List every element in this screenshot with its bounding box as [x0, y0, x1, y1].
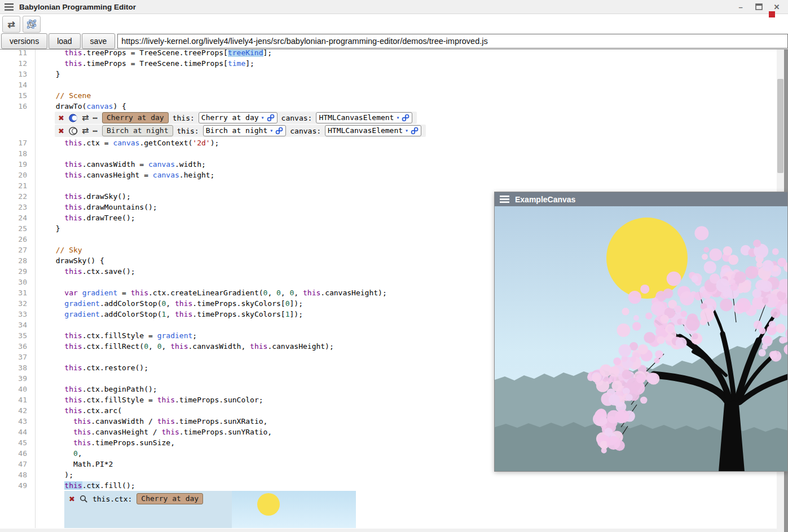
babylonian-programming-editor-window: { "window": { "title": "Babylonian Progr…	[0, 0, 788, 532]
link-connection-icon[interactable]	[402, 114, 410, 122]
code-token: gradient	[64, 310, 100, 318]
close-probe-icon[interactable]: ✖	[69, 495, 75, 503]
code-token: .timeProps = TreeScene.timeProps[	[82, 59, 228, 68]
inspect-magnifier-icon[interactable]	[80, 495, 88, 503]
line-number: 12	[0, 58, 35, 69]
file-url-input[interactable]	[117, 34, 788, 48]
code-line[interactable]: 21	[0, 180, 777, 191]
chevron-down-icon[interactable]: ▾	[270, 126, 273, 136]
code-token: .ctx =	[82, 139, 113, 147]
line-number: 14	[0, 79, 35, 90]
code-token: this	[64, 59, 82, 68]
code-token: .timeProps.sunSize,	[91, 438, 175, 447]
code-line[interactable]: 15 // Scene	[0, 90, 777, 101]
canvas-dropdown[interactable]: HTMLCanvasElement▾	[316, 112, 412, 123]
code-token: this	[64, 50, 82, 57]
more-options-icon[interactable]: ⋯	[93, 113, 98, 122]
code-line[interactable]: 49 this.ctx.fill();	[0, 480, 777, 491]
more-options-icon[interactable]: ⋯	[93, 126, 98, 135]
line-number: 48	[0, 469, 35, 480]
example-name-button[interactable]: Cherry at day	[137, 493, 203, 504]
code-token: .width;	[175, 160, 206, 169]
save-button[interactable]: save	[82, 33, 116, 49]
line-number: 39	[0, 373, 35, 384]
toggle-off-icon[interactable]	[68, 126, 78, 136]
code-token	[47, 385, 64, 393]
this-dropdown[interactable]: Cherry at day▾	[199, 112, 278, 123]
line-number: 35	[0, 330, 35, 341]
close-probe-icon[interactable]: ✖	[58, 127, 64, 135]
close-probe-icon[interactable]: ✖	[58, 114, 64, 122]
code-token: 0	[276, 289, 281, 297]
example-probe-row-1: ✖⇄⋯Cherry at daythis:Cherry at day▾canva…	[55, 112, 417, 124]
code-token	[47, 481, 64, 490]
code-token	[47, 417, 73, 425]
code-line[interactable]: 11 this.treeProps = TreeScene.treeProps[…	[0, 50, 777, 58]
load-button[interactable]: load	[49, 33, 80, 49]
code-line[interactable]: 13 }	[0, 69, 777, 79]
code-token: .height;	[179, 171, 215, 179]
line-number: 38	[0, 362, 35, 373]
code-token: this	[73, 438, 91, 447]
code-line-text: }	[35, 69, 777, 79]
code-token: .drawMountains();	[82, 203, 157, 211]
code-token: .treeProps = TreeScene.treeProps[	[82, 50, 228, 57]
vertical-scrollbar-thumb[interactable]	[777, 79, 783, 173]
code-line[interactable]: 17 this.ctx = canvas.getContext('2d');	[0, 138, 777, 148]
swap-example-icon[interactable]: ⇄	[82, 113, 89, 123]
chevron-down-icon[interactable]: ▾	[405, 126, 408, 136]
code-token: ,	[162, 342, 171, 351]
example-canvas-title-bar[interactable]: ExampleCanvas	[495, 192, 787, 206]
code-token: this	[162, 428, 179, 436]
example-canvas-window[interactable]: ExampleCanvas	[494, 192, 788, 472]
code-token: .timeProps.sunColor;	[175, 396, 263, 404]
title-bar: Babylonian Programming Editor	[0, 0, 788, 14]
code-line-text	[35, 79, 777, 90]
toggle-on-icon[interactable]	[68, 113, 78, 123]
code-line[interactable]: 14	[0, 79, 777, 90]
maximize-button[interactable]	[754, 2, 763, 11]
code-token: this	[175, 299, 192, 308]
line-number: 25	[0, 223, 35, 234]
code-token: .canvasWidth /	[91, 417, 157, 425]
code-line[interactable]: 19 this.canvasWidth = canvas.width;	[0, 159, 777, 170]
code-token: .addColorStop(	[100, 299, 162, 308]
example-name-button[interactable]: Cherry at day	[102, 112, 169, 123]
link-connection-icon[interactable]	[411, 127, 419, 135]
code-line[interactable]: 18	[0, 148, 777, 159]
canvas-dropdown[interactable]: HTMLCanvasElement▾	[325, 125, 421, 136]
link-connection-icon[interactable]	[275, 127, 283, 135]
inline-probes: ✖⇄⋯Cherry at daythis:Cherry at day▾canva…	[0, 112, 777, 138]
swap-panes-button[interactable]: ⇄	[2, 16, 20, 33]
code-token: this	[175, 310, 192, 318]
minimize-button[interactable]: –	[736, 2, 745, 11]
code-token: .canvasHeight =	[82, 171, 153, 179]
chevron-down-icon[interactable]: ▾	[261, 113, 265, 123]
code-token	[47, 363, 64, 372]
swap-example-icon[interactable]: ⇄	[82, 126, 89, 136]
line-number: 20	[0, 170, 35, 180]
line-number: 21	[0, 180, 35, 191]
code-token: this	[64, 160, 82, 169]
line-number: 27	[0, 245, 35, 255]
code-token: ,	[166, 310, 175, 318]
code-line[interactable]: 16 drawTo(canvas) {	[0, 101, 777, 112]
this-dropdown[interactable]: Birch at night▾	[203, 125, 287, 136]
hamburger-menu-icon[interactable]	[5, 3, 14, 11]
versions-button[interactable]: versions	[1, 33, 47, 49]
code-token: ,	[78, 449, 82, 458]
code-token: .timeProps.skyColors[	[192, 299, 285, 308]
transform-selection-button[interactable]	[23, 16, 41, 33]
code-token: .canvasWidth,	[188, 342, 250, 351]
chevron-down-icon[interactable]: ▾	[396, 113, 399, 123]
horizontal-scrollbar[interactable]	[0, 529, 777, 532]
link-connection-icon[interactable]	[267, 114, 275, 122]
hamburger-menu-icon[interactable]	[500, 196, 509, 203]
code-line-text	[35, 180, 777, 191]
line-number: 19	[0, 159, 35, 170]
close-button[interactable]: ✕	[772, 2, 781, 11]
code-token	[47, 406, 64, 415]
example-name-button[interactable]: Birch at night	[102, 125, 173, 136]
code-line[interactable]: 20 this.canvasHeight = canvas.height;	[0, 170, 777, 180]
code-line[interactable]: 12 this.timeProps = TreeScene.timeProps[…	[0, 58, 777, 69]
